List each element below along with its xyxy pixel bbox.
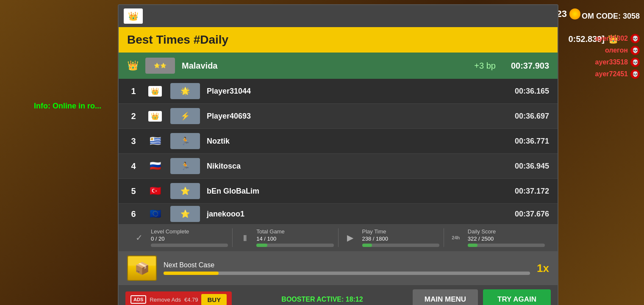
lb-badge-icon-1: 🌟 xyxy=(180,86,190,96)
right-player-3: ayer33518 💀 xyxy=(595,58,640,67)
right-player-3-name: ayer33518 xyxy=(595,58,628,66)
lb-time-1: 00:36.165 xyxy=(515,87,549,96)
lb-badge-4: 🏃 xyxy=(170,158,200,174)
stats-row: ✓ Level Complete 0 / 20 |||| Total Game … xyxy=(119,224,558,251)
stat-level-complete-content: Level Complete 0 / 20 xyxy=(151,228,228,247)
right-player-1: ayer21302 💀 xyxy=(595,34,640,43)
lb-badge-3: 🏃 xyxy=(170,133,200,149)
lb-rank-5: 5 xyxy=(127,186,140,196)
current-player-crown-icon: 👑 xyxy=(127,60,139,71)
lb-badge-1: 🌟 xyxy=(170,83,200,99)
modal-header: 👑 xyxy=(119,5,558,27)
stat-level-complete: ✓ Level Complete 0 / 20 xyxy=(127,228,233,247)
lb-name-5: bEn GloBaLim xyxy=(207,187,508,196)
lb-row-2: 2 👑 ⚡ Player40693 00:36.697 xyxy=(119,104,558,129)
boost-multiplier: 1x xyxy=(537,262,549,275)
top-score: 23 xyxy=(557,8,580,19)
lb-rank-6: 6 xyxy=(127,209,140,219)
lb-rank-3: 3 xyxy=(127,136,140,146)
stat-playtime-values: 238 / 1800 xyxy=(362,236,439,242)
stat-daily-bar-bg xyxy=(468,244,545,247)
stat-level-bar-bg xyxy=(151,244,228,247)
try-again-button[interactable]: TRY AGAIN xyxy=(483,289,551,305)
ads-section: ADS Remove Ads €4.79 BUY xyxy=(125,291,232,305)
right-players-list: ayer21302 💀 олегон 💀 ayer33518 💀 ayer724… xyxy=(595,34,640,79)
boost-bar-bg xyxy=(164,272,530,275)
lb-flag-1: 👑 xyxy=(147,85,164,97)
lb-badge-icon-3: 🏃 xyxy=(180,136,190,146)
current-player-row: 👑 ⭐⭐ Malavida +3 bp 00:37.903 xyxy=(119,53,558,79)
skull-icon-2: 💀 xyxy=(630,46,640,55)
stat-total-game-content: Total Game 14 / 100 xyxy=(256,228,333,247)
lb-badge-icon-5: ⭐ xyxy=(180,186,190,196)
lb-time-6: 00:37.676 xyxy=(515,210,549,219)
stat-playtime-bar-bg xyxy=(362,244,439,247)
skull-icon-4: 💀 xyxy=(630,69,640,79)
boost-row: 📦 Next Boost Case 1x xyxy=(119,251,558,285)
lb-time-4: 00:36.945 xyxy=(515,162,549,171)
leaderboard: 1 👑 🌟 Player31044 00:36.165 2 👑 ⚡ Player… xyxy=(119,79,558,224)
stat-play-time-content: Play Time 238 / 1800 xyxy=(362,228,439,247)
lb-badge-icon-4: 🏃 xyxy=(180,161,190,171)
lb-row-1: 1 👑 🌟 Player31044 00:36.165 xyxy=(119,79,558,104)
current-player-badge-icon: ⭐⭐ xyxy=(154,63,167,69)
ads-price: €4.79 xyxy=(184,297,198,303)
stat-playtime-bar-fill xyxy=(362,244,372,247)
modal: 👑 Best Times #Daily 👑 ⭐⭐ Malavida +3 bp … xyxy=(118,4,558,305)
lb-time-3: 00:36.771 xyxy=(515,137,549,146)
skull-icon-3: 💀 xyxy=(630,58,640,67)
right-player-4-name: ayer72451 xyxy=(595,70,628,78)
current-player-time: 00:37.903 xyxy=(511,61,549,71)
info-text: Info: Online in ro... xyxy=(34,102,101,111)
lb-flag-2: 👑 xyxy=(147,110,164,122)
lb-crown-badge-2: 👑 xyxy=(148,111,162,122)
stat-play-time: ▶ Play Time 238 / 1800 xyxy=(339,228,444,247)
lb-rank-2: 2 xyxy=(127,111,140,121)
lb-name-2: Player40693 xyxy=(207,112,508,121)
daily-score-icon: 24h xyxy=(448,230,464,245)
stat-daily-bar-fill xyxy=(468,244,478,247)
stat-playtime-label: Play Time xyxy=(362,228,439,235)
stat-total-label: Total Game xyxy=(256,228,333,235)
main-menu-button[interactable]: MAIN MENU xyxy=(413,289,478,305)
stat-total-game: |||| Total Game 14 / 100 xyxy=(233,228,338,247)
lb-flag-5: 🇹🇷 xyxy=(147,185,164,197)
boost-label: Next Boost Case xyxy=(164,261,530,269)
stat-daily-content: Daily Score 322 / 2500 xyxy=(468,228,545,247)
header-crown-icon: 👑 xyxy=(124,8,143,24)
lb-flag-3: 🇺🇾 xyxy=(147,135,164,147)
lb-rank-4: 4 xyxy=(127,161,140,171)
lb-badge-5: ⭐ xyxy=(170,183,200,199)
current-player-badge: ⭐⭐ xyxy=(145,58,175,74)
stat-level-values: 0 / 20 xyxy=(151,236,228,242)
stat-daily-score: 24h Daily Score 322 / 2500 xyxy=(444,228,549,247)
lb-badge-icon-6: ⭐ xyxy=(180,209,190,219)
boost-bar-fill xyxy=(164,272,219,275)
booster-active-label: BOOSTER ACTIVE: 18:12 xyxy=(237,296,408,303)
lb-flag-4: 🇷🇺 xyxy=(147,160,164,172)
stat-daily-label: Daily Score xyxy=(468,228,545,235)
total-game-icon: |||| xyxy=(237,230,252,245)
boost-chest-icon: 📦 xyxy=(127,255,157,281)
current-player-name: Malavida xyxy=(182,61,467,71)
right-player-2-name: олегон xyxy=(605,47,628,54)
lb-name-4: Nikitosca xyxy=(207,162,508,171)
promo-code: OM CODE: 3058 xyxy=(582,12,640,21)
level-complete-icon: ✓ xyxy=(131,230,147,245)
stat-daily-values: 322 / 2500 xyxy=(468,236,545,242)
lb-row-3: 3 🇺🇾 🏃 Noztik 00:36.771 xyxy=(119,129,558,154)
lb-badge-6: ⭐ xyxy=(170,206,200,222)
lb-time-5: 00:37.172 xyxy=(515,187,549,196)
coin-icon xyxy=(569,8,580,19)
lb-time-2: 00:36.697 xyxy=(515,112,549,121)
boost-content: Next Boost Case xyxy=(164,261,530,275)
ads-remove-text: Remove Ads xyxy=(150,297,181,303)
lb-crown-badge-1: 👑 xyxy=(148,86,162,97)
bottom-bar: ADS Remove Ads €4.79 BUY BOOSTER ACTIVE:… xyxy=(119,285,558,305)
buy-button[interactable]: BUY xyxy=(201,294,227,305)
lb-row-6: 6 🇪🇺 ⭐ janekooo1 00:37.676 xyxy=(119,204,558,224)
ads-badge: ADS xyxy=(130,295,146,304)
lb-rank-1: 1 xyxy=(127,86,140,96)
lb-name-3: Noztik xyxy=(207,137,508,146)
right-player-1-name: ayer21302 xyxy=(595,35,628,42)
